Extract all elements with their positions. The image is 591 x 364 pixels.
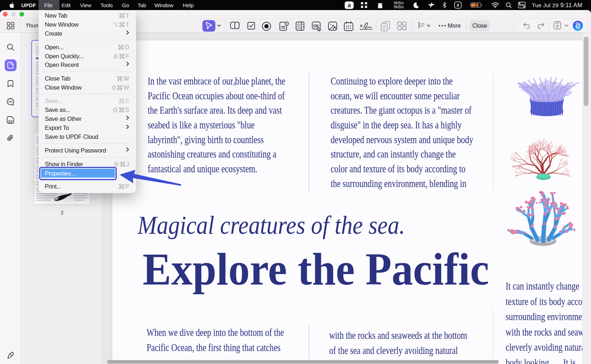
svg-text:#: # [457,3,459,8]
